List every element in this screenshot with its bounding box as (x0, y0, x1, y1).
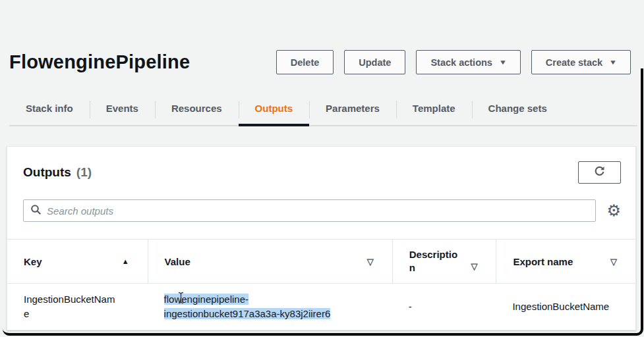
output-description-text: - (409, 301, 412, 312)
sort-icon: ▽ (367, 257, 374, 267)
column-header-key[interactable]: Key ▲ (7, 240, 148, 283)
tab-label: Stack info (26, 103, 73, 114)
create-stack-dropdown-button[interactable]: Create stack ▼ (531, 50, 631, 74)
outputs-table-header: Key ▲ Value ▽ Description ▽ Export name … (7, 239, 635, 284)
tab-label: Parameters (326, 103, 380, 114)
caret-down-icon: ▼ (499, 59, 507, 66)
refresh-button[interactable] (578, 161, 621, 184)
column-label: Value (165, 256, 190, 267)
create-stack-label: Create stack (546, 57, 602, 68)
output-key-text: IngestionBucketName (24, 292, 117, 321)
cell-export-name: IngestionBucketName (496, 299, 635, 314)
stack-actions-dropdown-button[interactable]: Stack actions ▼ (416, 50, 520, 74)
outputs-panel-header: Outputs (1) (7, 147, 635, 185)
tab-label: Outputs (255, 103, 293, 114)
preferences-button[interactable]: ⚙ (606, 203, 621, 219)
caret-down-icon: ▼ (609, 59, 617, 66)
sort-icon: ▽ (471, 261, 477, 271)
cell-key: IngestionBucketName (7, 292, 148, 321)
sort-ascending-icon: ▲ (122, 257, 129, 265)
update-button[interactable]: Update (344, 50, 405, 74)
tab-template[interactable]: Template (396, 97, 472, 125)
delete-button-label: Delete (291, 57, 320, 68)
search-input[interactable] (47, 205, 589, 217)
tab-change-sets[interactable]: Change sets (472, 97, 564, 125)
outputs-panel-title: Outputs (23, 165, 71, 180)
search-icon (30, 204, 42, 218)
gear-icon: ⚙ (606, 201, 621, 219)
column-header-export-name[interactable]: Export name ▽ (496, 240, 635, 283)
outputs-toolbar: ⚙ (7, 199, 635, 222)
column-label: Key (24, 256, 42, 267)
outputs-panel: Outputs (1) ⚙ (7, 146, 636, 330)
tab-parameters[interactable]: Parameters (309, 97, 396, 125)
sort-icon: ▽ (610, 257, 617, 267)
table-row: IngestionBucketName flowenginepipeline-i… (7, 284, 635, 330)
column-header-value[interactable]: Value ▽ (148, 240, 392, 283)
tab-label: Template (413, 103, 455, 114)
output-export-name-text: IngestionBucketName (512, 301, 609, 312)
cell-value: flowenginepipeline-ingestionbucket917a3a… (148, 292, 392, 321)
tab-resources[interactable]: Resources (155, 97, 239, 125)
stack-action-buttons: Delete Update Stack actions ▼ Create sta… (276, 50, 631, 74)
tab-label: Resources (171, 103, 222, 114)
cell-description: - (392, 299, 496, 314)
stack-header: FlowenginePipeline Delete Update Stack a… (9, 50, 631, 74)
update-button-label: Update (359, 57, 391, 68)
output-value-selected-text[interactable]: flowenginepipeline-ingestionbucket917a3a… (164, 294, 331, 319)
page-title: FlowenginePipeline (9, 51, 190, 73)
tab-outputs[interactable]: Outputs (239, 97, 310, 125)
tab-label: Events (106, 103, 138, 114)
tab-events[interactable]: Events (90, 97, 155, 125)
delete-button[interactable]: Delete (276, 50, 334, 74)
stack-actions-label: Stack actions (430, 57, 492, 68)
refresh-icon (593, 165, 606, 180)
search-box (23, 199, 596, 222)
column-label: Export name (513, 256, 573, 267)
column-header-description[interactable]: Description ▽ (392, 240, 496, 283)
stack-tabs: Stack info Events Resources Outputs Para… (9, 97, 637, 126)
outputs-count-badge: (1) (76, 165, 92, 180)
column-label: Description (409, 248, 458, 275)
tab-stack-info[interactable]: Stack info (9, 97, 90, 125)
tab-label: Change sets (488, 103, 547, 114)
outputs-table: Key ▲ Value ▽ Description ▽ Export name … (7, 239, 635, 330)
tabs-divider (9, 125, 637, 126)
